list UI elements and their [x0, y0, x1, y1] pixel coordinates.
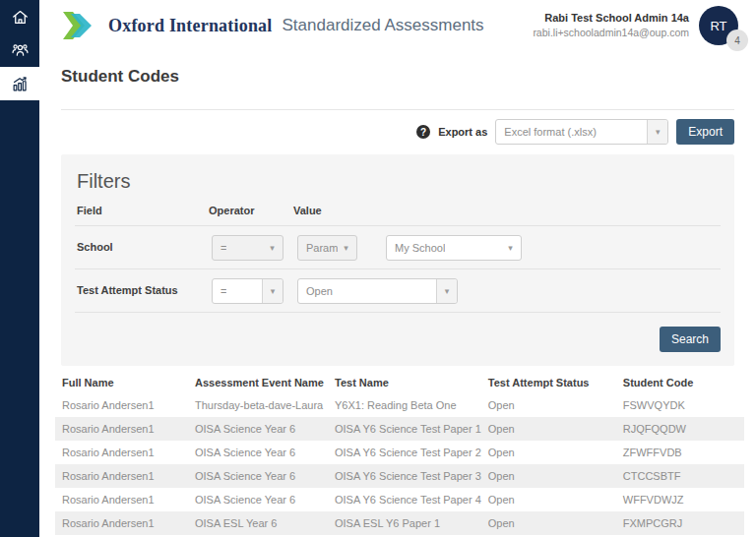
table-cell: FXMPCGRJ — [616, 511, 744, 535]
table-cell: Open — [481, 417, 616, 441]
column-header-test-attempt-status: Test Attempt Status — [481, 371, 616, 393]
student-codes-table: Full Name Assessment Event Name Test Nam… — [55, 371, 744, 537]
table-cell: Rosario Andersen1 — [55, 393, 188, 417]
chevron-down-icon: ▾ — [436, 279, 457, 303]
table-cell: Rosario Andersen1 — [55, 417, 188, 441]
chevron-down-icon: ▾ — [262, 236, 283, 260]
table-cell: OISA ESL Year 6 — [188, 511, 328, 535]
status-value-select[interactable]: Open ▾ — [297, 278, 458, 304]
users-icon — [11, 41, 30, 60]
notification-badge[interactable]: 4 — [726, 30, 748, 51]
app-header: Oxford International Standardized Assess… — [39, 0, 756, 51]
home-icon — [11, 8, 30, 27]
table-cell: OISA Y6 Science Test Paper 4 — [328, 488, 481, 511]
table-cell: Rosario Andersen1 — [55, 488, 188, 511]
table-cell: Y6X1: Reading Beta One — [328, 393, 481, 417]
filters-title: Filters — [77, 170, 721, 193]
sidebar-item-home[interactable] — [0, 0, 39, 33]
table-cell: OISA Y6 Science Test Paper 1 — [328, 417, 481, 441]
brand: Oxford International Standardized Assess… — [61, 9, 484, 42]
export-format-select[interactable]: Excel format (.xlsx) ▾ — [495, 119, 668, 145]
operator-column-label: Operator — [209, 205, 254, 216]
table-cell: FSWVQYDK — [616, 393, 744, 417]
table-cell: RJQFQQDW — [616, 417, 744, 441]
export-button[interactable]: Export — [676, 119, 734, 145]
school-operator-select[interactable]: = ▾ — [212, 235, 284, 261]
status-operator-select[interactable]: = ▾ — [212, 278, 284, 304]
table-cell: OISA Y6 Science Test Paper 3 — [328, 464, 481, 488]
table-row: Rosario Andersen1 OISA Science Year 6 OI… — [55, 441, 744, 464]
sidebar — [0, 0, 39, 537]
table-cell: WFFVDWJZ — [616, 488, 744, 511]
user-email: rabi.li+schooladmin14a@oup.com — [533, 26, 689, 39]
filter-row-test-attempt-status: Test Attempt Status = ▾ Open ▾ — [75, 269, 721, 313]
brand-secondary-text: Standardized Assessments — [283, 16, 484, 35]
column-header-full-name: Full Name — [55, 371, 188, 393]
table-cell: Open — [481, 488, 616, 511]
table-cell: Open — [481, 441, 616, 464]
table-cell: OISA Science Year 6 — [188, 417, 328, 441]
table-cell: Open — [481, 393, 616, 417]
page-title: Student Codes — [61, 67, 756, 87]
sidebar-item-reports[interactable] — [0, 67, 39, 100]
table-row: Rosario Andersen1 OISA Science Year 6 OI… — [55, 417, 744, 441]
table-cell: Rosario Andersen1 — [55, 464, 188, 488]
table-cell: Open — [481, 511, 616, 535]
main-content: Student Codes ? Export as Excel format (… — [39, 67, 756, 537]
table-cell: OISA ESL Y6 Paper 1 — [328, 511, 481, 535]
table-cell: OISA Y6 Science Test Paper 2 — [328, 441, 481, 464]
table-row: Rosario Andersen1 OISA ESL Year 6 OISA E… — [55, 511, 744, 535]
sidebar-item-users[interactable] — [0, 33, 39, 67]
chevron-down-icon: ▾ — [500, 236, 521, 260]
column-header-assessment-event-name: Assessment Event Name — [188, 371, 328, 393]
table-header-row: Full Name Assessment Event Name Test Nam… — [55, 371, 744, 393]
table-cell: Rosario Andersen1 — [55, 511, 188, 535]
filters-panel: Filters Field Operator Value School = ▾ … — [61, 154, 734, 366]
filter-row-school: School = ▾ Param ▾ My School ▾ — [75, 226, 721, 269]
column-header-student-code: Student Code — [616, 371, 744, 393]
content-card: ? Export as Excel format (.xlsx) ▾ Expor… — [61, 109, 734, 366]
brand-primary-text: Oxford International — [108, 16, 273, 36]
chevron-down-icon: ▾ — [647, 120, 667, 144]
user-info: Rabi Test School Admin 14a rabi.li+schoo… — [533, 2, 742, 49]
field-column-label: Field — [77, 205, 102, 216]
table-cell: ZFWFFVDB — [616, 441, 744, 464]
chevron-down-icon: ▾ — [262, 279, 283, 303]
table-cell: Thursday-beta-dave-Laura — [188, 393, 328, 417]
column-header-test-name: Test Name — [328, 371, 481, 393]
table-cell: Open — [481, 464, 616, 488]
filter-field-label: School — [77, 241, 113, 253]
table-row: Rosario Andersen1 OISA Science Year 6 OI… — [55, 488, 744, 511]
school-param-select[interactable]: Param ▾ — [297, 235, 357, 261]
search-button[interactable]: Search — [660, 327, 721, 352]
export-as-label: Export as — [438, 126, 487, 138]
help-icon[interactable]: ? — [416, 125, 430, 139]
bar-chart-icon — [11, 75, 30, 93]
export-row: ? Export as Excel format (.xlsx) ▾ Expor… — [61, 119, 734, 145]
table-row: Rosario Andersen1 OISA Science Year 6 OI… — [55, 464, 744, 488]
table-cell: OISA Science Year 6 — [188, 441, 328, 464]
table-cell: Rosario Andersen1 — [55, 441, 188, 464]
brand-logo-icon — [61, 9, 100, 42]
filters-header-row: Field Operator Value — [75, 205, 721, 226]
user-name: Rabi Test School Admin 14a — [533, 11, 689, 26]
chevron-down-icon: ▾ — [336, 236, 356, 260]
school-value-select[interactable]: My School ▾ — [386, 235, 522, 261]
table-row: Rosario Andersen1 Thursday-beta-dave-Lau… — [55, 393, 744, 417]
filter-field-label: Test Attempt Status — [77, 284, 178, 296]
table-cell: CTCCSBTF — [616, 464, 744, 488]
table-cell: OISA Science Year 6 — [188, 464, 328, 488]
value-column-label: Value — [293, 205, 322, 216]
table-cell: OISA Science Year 6 — [188, 488, 328, 511]
